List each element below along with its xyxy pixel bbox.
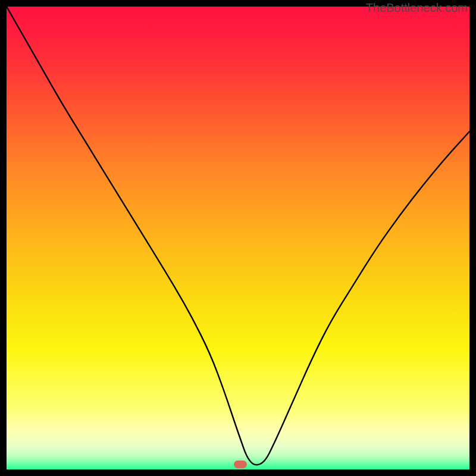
plot-area — [7, 7, 469, 469]
minimum-marker-icon — [234, 461, 247, 468]
chart-container: TheBottleneck.com — [0, 0, 476, 476]
curve-svg — [7, 7, 469, 469]
watermark-text: TheBottleneck.com — [366, 1, 468, 15]
bottleneck-curve-path — [7, 7, 469, 465]
